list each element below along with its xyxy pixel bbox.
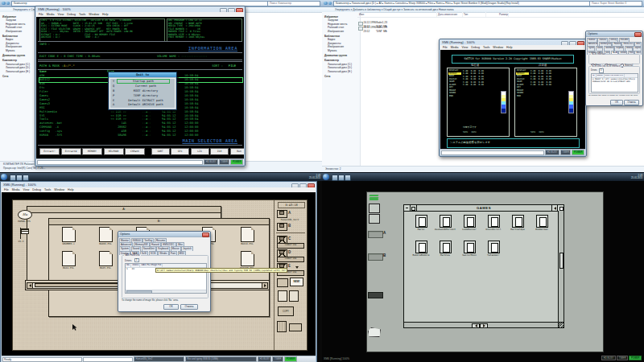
- game-icon[interactable]: [415, 241, 427, 253]
- function-key-button[interactable]: CHPath: [125, 148, 145, 155]
- system-tray[interactable]: 2:43 25.01.2015: [293, 173, 322, 181]
- device-icon[interactable]: [369, 204, 380, 213]
- vertical-scrollbar[interactable]: [558, 211, 564, 323]
- sidebar-homegroup[interactable]: Домашняя группа: [2, 54, 38, 57]
- floppy-b-icon[interactable]: [277, 223, 287, 231]
- row-number[interactable]: 1: [126, 267, 128, 270]
- sidebar-drive-item[interactable]: Локальный диск (E:): [2, 70, 38, 73]
- function-key-button[interactable]: ISH: [210, 148, 229, 155]
- crumpled-paper-icon[interactable]: [368, 327, 381, 337]
- file-row[interactable]: HUMAN .SYS58496--a--94-05-1212:00:00: [39, 134, 242, 138]
- game-icon[interactable]: [536, 215, 548, 228]
- function-key-button[interactable]: SPX: [171, 148, 189, 155]
- game-icon[interactable]: [440, 241, 452, 253]
- sidebar-network[interactable]: Сеть: [324, 75, 360, 78]
- explorer-titlebar[interactable]: Компьютер ▸ Локальный диск (D:) ▸ All ▸ …: [322, 0, 644, 7]
- options-dialog[interactable]: Options MonitorX68000TenKeyResume Advanc…: [118, 231, 211, 312]
- file-icon[interactable]: [62, 227, 76, 242]
- menu-box-icon[interactable]: [411, 205, 417, 211]
- trash-icon[interactable]: [277, 321, 287, 332]
- sidebar-item[interactable]: Изображения: [324, 30, 360, 33]
- system-tray[interactable]: 2:43 25.01.2015: [615, 173, 644, 181]
- nav-buttons[interactable]: [2, 2, 10, 6]
- address-bar[interactable]: Компьютер ▸ Локальный диск (D:) ▸ All ▸ …: [333, 1, 591, 6]
- scroll-right-icon[interactable]: [480, 323, 488, 329]
- xm6-window[interactable]: XM6 (Running) - 100% FileMediaViewDebugT…: [439, 39, 587, 157]
- window-title[interactable]: XM6 (Running) - 100%: [1, 182, 316, 187]
- dialog-title[interactable]: Options: [118, 232, 210, 237]
- menu-option[interactable]: ADefault ARCHIVE path: [110, 102, 175, 107]
- taskbar-app-icon[interactable]: [16, 175, 23, 181]
- function-key-button[interactable]: MEMORY: [82, 148, 102, 155]
- games-window[interactable]: GAMES Mario Asuka120Percent LodeRunner D…: [403, 204, 564, 328]
- game-icon[interactable]: [512, 215, 524, 228]
- close-icon[interactable]: [634, 32, 642, 37]
- path-mask-value[interactable]: A:/*.*: [64, 64, 75, 68]
- ok-button[interactable]: OK: [163, 304, 179, 310]
- window-title[interactable]: XM6 (Running) - 100%: [35, 6, 245, 12]
- file-icon[interactable]: [99, 227, 113, 242]
- drive-b-bar[interactable]: [368, 253, 383, 261]
- minimized-window-bar[interactable]: [368, 292, 383, 298]
- device-icon[interactable]: [289, 323, 302, 331]
- file-icon[interactable]: [62, 251, 76, 266]
- menu-option[interactable]: YStartup path: [110, 79, 175, 84]
- file-icon[interactable]: [241, 227, 254, 242]
- back-icon[interactable]: [324, 2, 328, 6]
- window-title[interactable]: B:: [49, 219, 269, 225]
- taskbar-app-icon[interactable]: [338, 175, 345, 181]
- column-header[interactable]: Размер: [486, 12, 509, 17]
- start-orb-icon[interactable]: [323, 174, 329, 180]
- column-header[interactable]: Имя: [358, 12, 437, 17]
- scroll-right-icon[interactable]: [262, 282, 268, 289]
- function-key-button[interactable]: Run: [230, 148, 245, 155]
- sidebar-network[interactable]: Сеть: [2, 75, 38, 78]
- sidebar-drive-item[interactable]: Локальный диск (E:): [324, 70, 360, 73]
- function-key-button[interactable]: HELPBAR: [104, 148, 124, 155]
- function-key-button[interactable]: LZX: [191, 148, 209, 155]
- ok-button[interactable]: OK: [610, 100, 623, 105]
- drive-a-bar[interactable]: [368, 231, 383, 238]
- window-title[interactable]: GAMES: [404, 205, 564, 212]
- column-header[interactable]: Тип: [463, 12, 486, 17]
- chevron-down-icon[interactable]: [295, 266, 299, 269]
- close-icon[interactable]: [202, 232, 209, 237]
- window-pair-icon[interactable]: [278, 290, 287, 302]
- cancel-button[interactable]: Отмена: [624, 100, 639, 105]
- scroll-thumb[interactable]: [559, 253, 564, 269]
- taskbar-app-icon[interactable]: [345, 175, 351, 181]
- vsx-flag-icon[interactable]: [19, 228, 29, 239]
- search-input[interactable]: Поиск: Super Street Bomber II: [589, 1, 642, 6]
- resize-box-icon[interactable]: [557, 205, 564, 211]
- search-input[interactable]: Поиск: Компьютер: [267, 1, 320, 6]
- row-status[interactable]: On: [132, 267, 134, 270]
- sidebar-item[interactable]: Музыка: [2, 49, 38, 52]
- list-column[interactable]: SCSI HD Image File: [605, 74, 625, 77]
- back-icon[interactable]: [2, 2, 6, 6]
- column-headers[interactable]: ИмяДата измененияТипРазмер: [357, 12, 644, 18]
- function-key-button[interactable]: SORT: [151, 148, 170, 155]
- taskbar-app-icon[interactable]: [10, 175, 16, 181]
- cancel-button[interactable]: Отмена: [180, 304, 198, 310]
- function-key-button[interactable]: ExtractW: [61, 148, 81, 155]
- scroll-thumb[interactable]: [126, 290, 152, 294]
- sidebar-item[interactable]: Изображения: [2, 30, 38, 33]
- resize-grip[interactable]: [558, 322, 564, 327]
- switch-menu-item[interactable]: END: [448, 95, 461, 98]
- device-icon[interactable]: [369, 214, 380, 224]
- horizontal-scrollbar[interactable]: [404, 322, 558, 327]
- game-icon[interactable]: [488, 241, 500, 253]
- drives-spinner[interactable]: 1: [134, 258, 139, 263]
- forward-icon[interactable]: [6, 2, 10, 6]
- start-orb-icon[interactable]: [1, 174, 7, 180]
- file-icon[interactable]: [99, 251, 113, 266]
- function-key-button[interactable]: Extract!: [39, 148, 60, 155]
- scsi-disk-list[interactable]: IDStatusSCSI HD Image File 0 READY D:\Al…: [591, 73, 638, 93]
- sort-value[interactable]: FILE: [229, 64, 236, 68]
- sidebar-item[interactable]: Музыка: [324, 49, 360, 52]
- game-icon[interactable]: [415, 215, 427, 228]
- game-icon[interactable]: [464, 241, 476, 253]
- game-icon[interactable]: [464, 215, 476, 228]
- file-icon[interactable]: [241, 251, 254, 266]
- options-dialog[interactable]: Options MonitorX68000TenKeyResume Advanc…: [585, 31, 643, 106]
